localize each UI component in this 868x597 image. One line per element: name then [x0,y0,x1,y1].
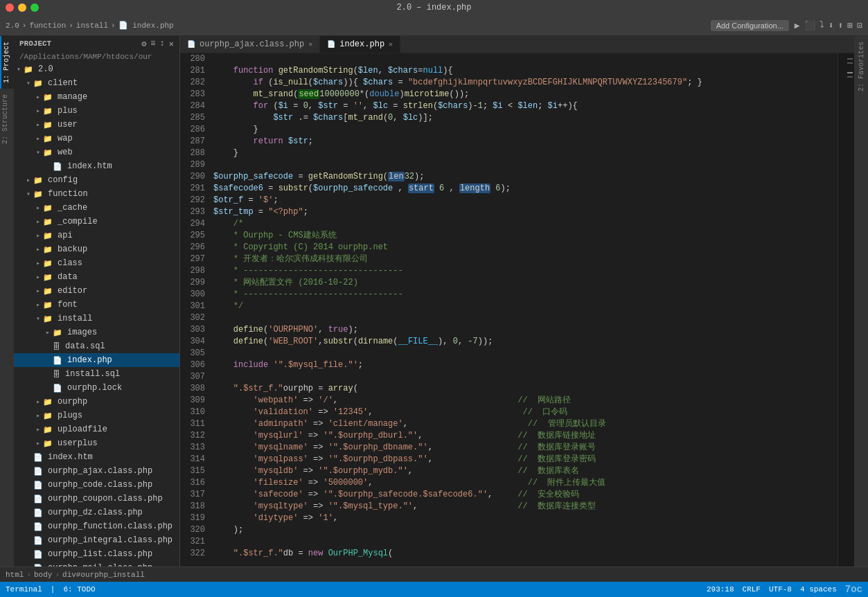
window-icon[interactable]: ⊞ [847,20,853,31]
add-config-button[interactable]: Add Configuration... [711,20,789,31]
code-line-301[interactable]: */ [213,301,838,312]
terminal-status[interactable]: Terminal [6,585,42,594]
line-ending[interactable]: CRLF [743,585,761,594]
tree-item-api[interactable]: ▸📁api [14,229,179,242]
tree-item-ourphp[interactable]: ▸📁ourphp [14,395,179,409]
run-icon[interactable]: ▶ [795,20,800,31]
code-line-281[interactable]: function getRandomString($len, $chars=nu… [213,65,838,77]
tree-item-config[interactable]: ▸📁config [14,173,179,187]
cursor-position[interactable]: 293:18 [707,585,734,594]
tree-item-installsql[interactable]: 🗄install.sql [14,367,179,381]
tree-item-client[interactable]: ▾📁client [14,76,179,90]
tree-item-indexphp[interactable]: 📄index.php [14,353,179,367]
code-line-313[interactable]: 'mysqlname' => '".$ourphp_dbname."', // … [213,442,838,454]
code-line-317[interactable]: 'safecode' => '".$ourphp_safecode.$safec… [213,489,838,501]
code-line-318[interactable]: 'mysqltype' => '".$mysql_type."', // 数据库… [213,501,838,513]
code-line-289[interactable] [213,159,838,171]
code-line-302[interactable] [213,312,838,324]
expand-icon[interactable]: ⊡ [857,20,862,31]
code-content[interactable]: function getRandomString($len, $chars=nu… [211,53,838,567]
maximize-button[interactable] [30,3,39,12]
code-line-305[interactable] [213,348,838,359]
code-line-287[interactable]: return $str; [213,136,838,148]
tree-item-plus[interactable]: ▸📁plus [14,104,179,118]
tab-index[interactable]: 📄 index.php ✕ [320,36,400,53]
code-line-308[interactable]: ".$str_f."ourphp = array( [213,383,838,395]
code-line-280[interactable] [213,53,838,65]
code-line-298[interactable]: * -------------------------------- [213,265,838,277]
tab-ajax-close[interactable]: ✕ [308,40,312,48]
code-line-315[interactable]: 'mysqldb' => '".$ourphp_mydb."', // 数据库表… [213,465,838,477]
code-line-311[interactable]: 'adminpath' => 'client/manage', // 管理员默认… [213,418,838,430]
step-out-icon[interactable]: ⬆ [838,20,844,31]
code-line-290[interactable]: $ourphp_safecode = getRandomString(len32… [213,171,838,183]
tree-item-datasql[interactable]: 🗄data.sql [14,339,179,353]
debug-icon[interactable]: ⬛ [804,20,815,31]
tree-item-install[interactable]: ▾📁install [14,312,179,326]
tree-item-backup[interactable]: ▸📁backup [14,242,179,256]
favorites-tab[interactable]: 2: Favorites [856,36,867,97]
tree-item-manage[interactable]: ▸📁manage [14,90,179,104]
code-line-309[interactable]: 'webpath' => '/', // 网站路径 [213,395,838,407]
tree-item-function[interactable]: ▾📁function [14,187,179,201]
code-line-319[interactable]: 'diytype' => '1', [213,513,838,524]
tree-item-root[interactable]: ▾📁2.0 [14,62,179,76]
tree-item-ourphp_code[interactable]: 📄ourphp_code.class.php [14,478,179,492]
tree-item-ourphp_mail[interactable]: 📄ourphp_mail.class.php [14,561,179,567]
code-line-310[interactable]: 'validation' => '12345', // 口令码 [213,407,838,418]
code-line-293[interactable]: $str_tmp = "<?php"; [213,206,838,218]
code-line-286[interactable]: } [213,124,838,136]
close-panel-icon[interactable]: ✕ [169,39,174,49]
tree-item-ourphp_integral[interactable]: 📄ourphp_integral.class.php [14,533,179,547]
minimize-button[interactable] [18,3,26,12]
code-line-320[interactable]: ); [213,524,838,536]
panel-structure-tab[interactable]: 2: Structure [0,89,14,150]
tree-item-ourphp_list[interactable]: 📄ourphp_list.class.php [14,547,179,561]
code-line-284[interactable]: for ($i = 0, $str = '', $lc = strlen($ch… [213,100,838,112]
code-line-294[interactable]: /* [213,218,838,230]
tree-item-uploadfile[interactable]: ▸📁uploadfile [14,422,179,436]
code-line-282[interactable]: if (is_null($chars)){ $chars = "bcdefghi… [213,77,838,89]
code-line-312[interactable]: 'mysqlurl' => '".$ourphp_dburl."', // 数据… [213,430,838,442]
collapse-icon[interactable]: ≡ [150,39,155,49]
tree-item-editor[interactable]: ▸📁editor [14,284,179,298]
code-line-303[interactable]: define('OURPHPNO', true); [213,324,838,336]
settings-icon[interactable]: ⚙ [141,39,146,49]
tree-item-web[interactable]: ▾📁web [14,145,179,159]
sort-icon[interactable]: ↕ [160,39,165,49]
code-line-295[interactable]: * Ourphp - CMS建站系统 [213,230,838,242]
tree-item-ourphp_dz[interactable]: 📄ourphp_dz.class.php [14,506,179,519]
encoding[interactable]: UTF-8 [769,585,792,594]
tree-item-class[interactable]: ▸📁class [14,256,179,270]
code-line-297[interactable]: * 开发者：哈尔滨伟成科技有限公司 [213,253,838,265]
code-line-285[interactable]: $str .= $chars[mt_rand(0, $lc)]; [213,112,838,124]
code-line-322[interactable]: ".$str_f."db = new OurPHP_Mysql( [213,548,838,560]
tab-ajax[interactable]: 📄 ourphp_ajax.class.php ✕ [180,36,320,53]
tab-index-close[interactable]: ✕ [389,40,393,48]
code-line-292[interactable]: $otr_f = '$'; [213,195,838,206]
code-line-288[interactable]: } [213,148,838,159]
code-line-304[interactable]: define('WEB_ROOT',substr(dirname(__FILE_… [213,336,838,348]
tree-item-user[interactable]: ▸📁user [14,118,179,132]
tree-item-userplus[interactable]: ▸📁userplus [14,436,179,450]
step-in-icon[interactable]: ⬇ [829,20,834,31]
panel-project-tab[interactable]: 1: Project [0,36,14,89]
code-line-314[interactable]: 'mysqlpass' => '".$ourphp_dbpass."', // … [213,454,838,465]
tree-item-images[interactable]: ▸📁images [14,326,179,339]
code-line-300[interactable]: * -------------------------------- [213,289,838,301]
todo-status[interactable]: 6: TODO [63,585,95,594]
code-line-307[interactable] [213,371,838,383]
code-line-316[interactable]: 'filesize' => '5000000', // 附件上传最大值 [213,477,838,489]
code-line-296[interactable]: * Copyright (C) 2014 ourphp.net [213,242,838,253]
tree-item-ourphp_function[interactable]: 📄ourphp_function.class.php [14,519,179,533]
tree-item-font[interactable]: ▸📁font [14,298,179,312]
tree-item-data[interactable]: ▸📁data [14,270,179,284]
spaces[interactable]: 4 spaces [800,585,837,594]
tree-item-ourphplock[interactable]: 📄ourphp.lock [14,381,179,395]
tree-item-indexhtm2[interactable]: 📄index.htm [14,450,179,464]
tree-item-_compile[interactable]: ▸📁_compile [14,215,179,229]
code-line-306[interactable]: include '".$mysql_file."'; [213,359,838,371]
tree-item-ourphp_ajax[interactable]: 📄ourphp_ajax.class.php [14,464,179,478]
code-line-283[interactable]: mt_srand(seed10000000*(double)microtime(… [213,89,838,100]
code-container[interactable]: 2802812822832842852862872882892902912922… [180,53,854,567]
